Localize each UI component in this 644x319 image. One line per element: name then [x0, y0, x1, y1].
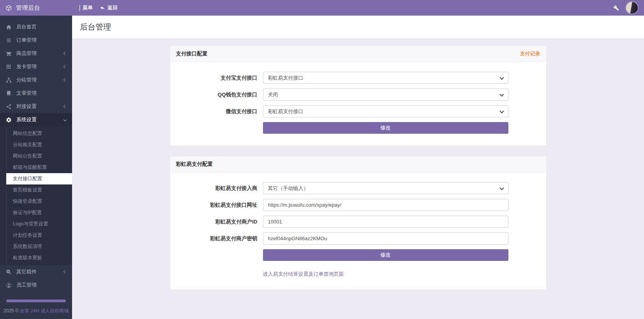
sidebar-item-articles[interactable]: 文章管理	[0, 87, 72, 100]
sidebar-item-label: 对接设置	[16, 103, 37, 110]
qq-wallet-interface-label: QQ钱包支付接口	[170, 91, 263, 98]
wechat-interface-label: 微信支付接口	[170, 108, 263, 115]
submenu-item-announcement[interactable]: 网站公告配置	[0, 151, 72, 162]
payment-records-link[interactable]: 支付记录	[520, 50, 540, 57]
grid-icon	[5, 64, 12, 69]
site-link[interactable]: 欢喜 24H 成人自助商城	[20, 308, 69, 314]
epay-merchant-key-input[interactable]	[263, 232, 508, 245]
sidebar: 后台首页 订单管理 商品管理 发卡管理 分站管理 文章管理	[0, 16, 72, 319]
back-button[interactable]: 返回	[100, 4, 118, 11]
home-icon	[5, 24, 12, 30]
form-row: 彩虹易支付商户密钥	[170, 232, 546, 245]
copyright: 2025 © 欢喜 24H 成人自助商城	[0, 308, 72, 314]
epay-merchant-id-input[interactable]	[263, 216, 508, 228]
submenu-item-version-check[interactable]: 检查版本更新	[0, 252, 72, 264]
sidebar-item-products[interactable]: 商品管理	[0, 47, 72, 60]
submenu-item-logo-background[interactable]: Logo与背景设置	[0, 218, 72, 230]
sidebar-item-home[interactable]: 后台首页	[0, 20, 72, 34]
share-nodes-icon	[5, 104, 12, 110]
cube-logo-icon	[5, 5, 12, 11]
card-title: 彩虹易支付配置	[176, 161, 213, 168]
sidebar-item-label: 分站管理	[16, 76, 37, 83]
sidebar-item-label: 订单管理	[16, 37, 37, 44]
system-settings-submenu: 网站信息配置 分站相关配置 网站公告配置 邮箱与提醒配置 支付接口配置 首页模板…	[0, 126, 72, 265]
menu-toggle-label: 菜单	[83, 4, 93, 11]
sidebar-footer: 2025 © 欢喜 24H 成人自助商城	[0, 300, 72, 319]
sidebar-item-label: 系统设置	[16, 116, 37, 123]
chevron-left-icon	[64, 270, 67, 273]
epay-api-url-input[interactable]	[263, 199, 508, 211]
form-row: 彩虹易支付接入商 其它（手动输入）	[170, 182, 546, 194]
form-row: QQ钱包支付接口 关闭	[170, 89, 546, 101]
payment-interface-card: 支付接口配置 支付记录 支付宝支付接口 彩虹易支付接口 QQ钱包支付接口	[170, 46, 546, 145]
chevron-left-icon	[64, 105, 67, 108]
epay-api-url-label: 彩虹易支付接口网址	[170, 202, 263, 209]
sidebar-item-label: 员工管理	[16, 282, 37, 289]
alipay-interface-select[interactable]: 彩虹易支付接口	[263, 72, 508, 84]
gear-icon	[5, 117, 12, 123]
form-row: 微信支付接口 彩虹易支付接口	[170, 105, 546, 117]
sidebar-item-staff[interactable]: 员工管理	[0, 278, 72, 292]
modify-button[interactable]: 修改	[263, 249, 508, 261]
user-avatar[interactable]	[626, 2, 638, 14]
page-header: 后台管理	[72, 16, 644, 39]
sidebar-item-substations[interactable]: 分站管理	[0, 73, 72, 87]
form-row: 彩虹易支付接口网址	[170, 199, 546, 211]
submenu-item-substation-config[interactable]: 分站相关配置	[0, 139, 72, 151]
book-icon	[5, 90, 12, 96]
submenu-item-cron-tasks[interactable]: 计划任务设置	[0, 230, 72, 241]
submenu-item-quick-login[interactable]: 快捷登录配置	[0, 196, 72, 207]
page-title: 后台管理	[80, 22, 111, 32]
sidebar-item-orders[interactable]: 订单管理	[0, 34, 72, 47]
submenu-item-home-template[interactable]: 首页模板设置	[0, 184, 72, 196]
back-label: 返回	[108, 4, 118, 11]
card-header: 彩虹易支付配置	[170, 156, 546, 172]
wrench-icon[interactable]	[613, 5, 619, 11]
card-header: 支付接口配置 支付记录	[170, 46, 546, 62]
chevron-left-icon	[64, 52, 67, 55]
chevron-down-icon	[64, 118, 67, 121]
submenu-item-email-remind[interactable]: 邮箱与提醒配置	[0, 162, 72, 173]
vertical-dots-icon	[79, 5, 80, 11]
sidebar-item-label: 商品管理	[16, 50, 37, 57]
decorative-bar	[6, 300, 66, 302]
epay-merchant-key-label: 彩虹易支付商户密钥	[170, 235, 263, 242]
epay-settlement-link[interactable]: 进入易支付结算设置及订单查询页面	[263, 271, 344, 277]
epay-provider-select[interactable]: 其它（手动输入）	[263, 182, 508, 194]
cart-icon	[5, 51, 12, 57]
main-content: 后台管理 支付接口配置 支付记录 支付宝支付接口 彩虹易支付接口 QQ钱	[72, 16, 644, 319]
qq-wallet-interface-select[interactable]: 关闭	[263, 89, 508, 101]
rainbow-epay-card: 彩虹易支付配置 彩虹易支付接入商 其它（手动输入） 彩虹易支付接口网址	[170, 156, 546, 289]
sidebar-item-label: 发卡管理	[16, 63, 37, 70]
submenu-item-payment-interface[interactable]: 支付接口配置	[6, 173, 72, 184]
wechat-interface-select[interactable]: 彩虹易支付接口	[263, 105, 508, 117]
form-row: 彩虹易支付商户ID	[170, 216, 546, 228]
sitemap-icon	[5, 77, 12, 83]
sidebar-item-integration[interactable]: 对接设置	[0, 100, 72, 113]
epay-provider-label: 彩虹易支付接入商	[170, 185, 263, 192]
chevron-left-icon	[64, 65, 67, 68]
back-arrow-icon	[100, 5, 105, 11]
sidebar-item-other-components[interactable]: 其它组件	[0, 265, 72, 278]
submenu-item-site-info[interactable]: 网站信息配置	[0, 128, 72, 139]
user-circle-icon	[5, 282, 12, 288]
sidebar-item-label: 文章管理	[16, 90, 37, 97]
menu-toggle-button[interactable]: 菜单	[79, 4, 93, 11]
sidebar-item-label: 后台首页	[16, 23, 37, 30]
alipay-interface-label: 支付宝支付接口	[170, 74, 263, 82]
form-row: 支付宝支付接口 彩虹易支付接口	[170, 72, 546, 84]
topbar: 管理后台 菜单 返回	[0, 0, 644, 16]
submenu-item-verify-ip[interactable]: 验证与IP配置	[0, 207, 72, 218]
copyright-year: 2025 ©	[4, 308, 19, 314]
card-title: 支付接口配置	[176, 50, 208, 57]
cogs-icon	[5, 269, 12, 275]
list-icon	[5, 37, 12, 43]
brand[interactable]: 管理后台	[0, 0, 72, 16]
epay-merchant-id-label: 彩虹易支付商户ID	[170, 218, 263, 225]
submenu-item-data-cleanup[interactable]: 系统数据清理	[0, 241, 72, 252]
sidebar-item-label: 其它组件	[16, 268, 37, 275]
sidebar-item-cards[interactable]: 发卡管理	[0, 60, 72, 73]
modify-button[interactable]: 修改	[263, 122, 508, 134]
sidebar-item-system-settings[interactable]: 系统设置	[0, 113, 72, 126]
chevron-left-icon	[64, 78, 67, 82]
